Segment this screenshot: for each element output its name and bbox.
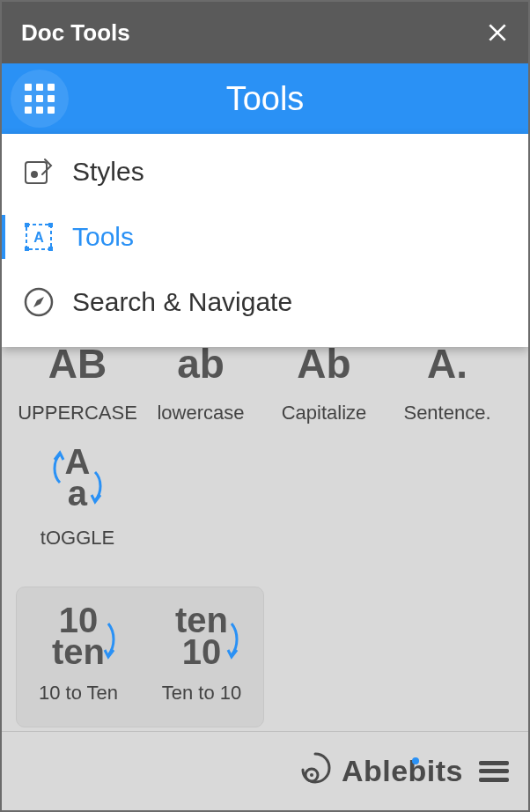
- svg-rect-5: [25, 223, 29, 227]
- svg-point-12: [310, 773, 313, 777]
- text-to-ten-button[interactable]: ten 10 Ten to 10: [140, 596, 263, 711]
- menu-label: Tools: [72, 222, 134, 252]
- brand-icon: [298, 750, 333, 793]
- arrow-down-icon: [103, 620, 119, 663]
- sentence-sample: A.: [427, 343, 467, 384]
- toggle-label: tOGGLE: [40, 527, 114, 550]
- uppercase-label: UPPERCASE: [18, 402, 137, 424]
- arrow-down-icon: [226, 620, 242, 663]
- brand[interactable]: Ablebits: [298, 750, 463, 793]
- case-row: AB UPPERCASE ab lowercase Ab Capitalize …: [16, 343, 514, 423]
- num-label: Ten to 10: [162, 682, 242, 705]
- arrow-down-icon: [90, 469, 106, 508]
- footer: Ablebits: [2, 731, 528, 810]
- menu-item-styles[interactable]: Styles: [2, 139, 528, 204]
- close-icon[interactable]: [486, 21, 509, 44]
- uppercase-sample: AB: [48, 343, 107, 384]
- svg-text:A: A: [33, 230, 44, 245]
- brand-dot-icon: [412, 757, 419, 764]
- toggle-row: A a tOGGLE: [16, 435, 514, 574]
- tools-icon: A: [21, 219, 56, 255]
- ten-to-text-button[interactable]: 10 ten 10 to Ten: [17, 596, 140, 711]
- window-title: Doc Tools: [21, 19, 130, 47]
- titlebar: Doc Tools: [2, 2, 528, 63]
- menu-item-tools[interactable]: A Tools: [2, 204, 528, 269]
- capitalize-sample: Ab: [297, 343, 350, 384]
- lowercase-button[interactable]: ab lowercase: [139, 343, 262, 423]
- lowercase-sample: ab: [177, 343, 225, 384]
- styles-icon: [21, 154, 56, 189]
- arrow-up-icon: [49, 449, 65, 489]
- num-sample: 10 ten: [52, 602, 105, 669]
- apps-menu: Styles A Tools Se: [2, 134, 528, 347]
- toggle-sample: A a: [65, 444, 91, 511]
- header: Tools: [2, 63, 528, 134]
- apps-grid-button[interactable]: [11, 70, 69, 128]
- brand-text: Ablebits: [342, 754, 463, 788]
- grid-icon: [25, 84, 55, 114]
- toggle-case-button[interactable]: A a tOGGLE: [16, 435, 139, 558]
- uppercase-button[interactable]: AB UPPERCASE: [16, 343, 139, 423]
- svg-rect-8: [48, 247, 53, 251]
- svg-point-3: [31, 171, 38, 178]
- content-area: AB UPPERCASE ab lowercase Ab Capitalize …: [2, 338, 528, 731]
- num-label: 10 to Ten: [39, 682, 118, 705]
- capitalize-button[interactable]: Ab Capitalize: [262, 343, 386, 423]
- sentence-button[interactable]: A. Sentence.: [386, 343, 509, 423]
- sentence-label: Sentence.: [403, 402, 490, 424]
- num-sample: ten 10: [175, 602, 228, 669]
- compass-icon: [21, 284, 56, 320]
- svg-rect-6: [48, 223, 53, 227]
- menu-button[interactable]: [479, 758, 509, 785]
- capitalize-label: Capitalize: [282, 402, 367, 424]
- page-title: Tools: [2, 80, 528, 118]
- menu-label: Styles: [72, 157, 144, 187]
- menu-label: Search & Navigate: [72, 287, 292, 317]
- svg-rect-7: [25, 247, 29, 251]
- menu-item-search-navigate[interactable]: Search & Navigate: [2, 269, 528, 335]
- lowercase-label: lowercase: [157, 402, 244, 424]
- number-row: 10 ten 10 to Ten ten 10: [16, 587, 264, 727]
